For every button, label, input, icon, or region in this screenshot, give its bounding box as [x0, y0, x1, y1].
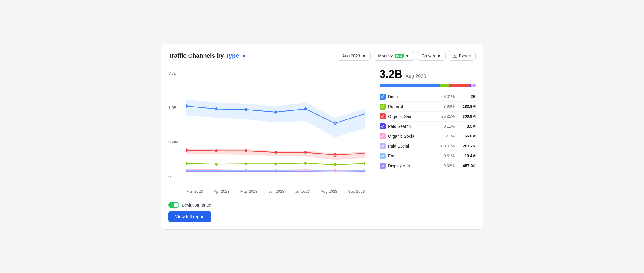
svg-point-25 [334, 163, 336, 166]
deviation-toggle[interactable] [168, 202, 179, 208]
svg-point-15 [245, 149, 247, 152]
legend-row-display-ads[interactable]: Display Ads 0.02% 657.3K [380, 161, 476, 171]
svg-marker-12 [186, 148, 365, 160]
header: Traffic Channels by Type ▼ Aug 2023 ▼ Mo… [168, 51, 476, 61]
monthly-dropdown[interactable]: Monthly new ▼ [374, 51, 414, 61]
svg-point-8 [274, 110, 277, 114]
legend-area: 3.2B Aug 2023 Direct 63.01% [380, 68, 476, 194]
legend-check-paid-social [380, 143, 386, 149]
y-axis-labels: 3.7B 1.9B 950M 0 [168, 71, 185, 179]
growth-dropdown[interactable]: Growth ▼ [417, 51, 446, 61]
legend-row-organic-social[interactable]: Organic Social 2.1% 66.6M [380, 131, 476, 141]
x-axis-labels: Mar 2023 Apr 2023 May 2023 Jun 2023 Jul … [186, 182, 365, 194]
svg-point-22 [245, 162, 247, 165]
svg-point-29 [245, 169, 247, 171]
legend-check-referral [380, 104, 386, 110]
svg-point-16 [274, 151, 277, 154]
deviation-label: Deviation range [182, 203, 211, 207]
summary-header: 3.2B Aug 2023 [380, 68, 476, 81]
toggle-knob [174, 203, 179, 207]
export-button[interactable]: Export [449, 51, 476, 61]
legend-check-direct [380, 94, 386, 100]
svg-point-17 [304, 151, 307, 154]
svg-point-9 [304, 107, 307, 110]
chart-svg [186, 71, 365, 179]
legend-check-organic-social [380, 133, 386, 139]
footer: Deviation range [168, 202, 476, 208]
legend-row-email[interactable]: Email 0.61% 19.4M [380, 151, 476, 161]
legend-table: Direct 63.01% 2B Referral 8.93% 283.8M [380, 92, 476, 171]
main-card: Traffic Channels by Type ▼ Aug 2023 ▼ Mo… [161, 44, 483, 230]
page-title: Traffic Channels by Type ▼ [168, 52, 246, 59]
legend-row-organic-search[interactable]: Organic Sea... 25.21% 800.9M [380, 112, 476, 122]
chevron-down-icon: ▼ [405, 54, 410, 58]
svg-point-6 [215, 107, 218, 110]
legend-row-referral[interactable]: Referral 8.93% 283.8M [380, 102, 476, 112]
svg-point-23 [274, 162, 277, 165]
export-icon [453, 54, 457, 58]
bar-referral [440, 84, 449, 87]
legend-row-paid-search[interactable]: Paid Search 0.11% 3.5M [380, 122, 476, 131]
svg-point-21 [215, 163, 218, 166]
view-full-report-button[interactable]: View full report [168, 211, 211, 222]
summary-bar [380, 84, 476, 87]
bar-organic-search [449, 84, 470, 87]
legend-check-display-ads [380, 163, 386, 169]
divider [372, 68, 372, 194]
date-dropdown[interactable]: Aug 2023 ▼ [338, 51, 371, 61]
svg-point-26 [364, 162, 365, 165]
deviation-toggle-container: Deviation range [168, 202, 211, 208]
svg-point-20 [186, 162, 188, 165]
chevron-down-icon: ▼ [362, 54, 366, 58]
svg-point-18 [334, 153, 336, 157]
controls-bar: Aug 2023 ▼ Monthly new ▼ Growth ▼ Export [338, 51, 476, 61]
legend-check-email [380, 153, 386, 159]
legend-row-direct[interactable]: Direct 63.01% 2B [380, 92, 476, 102]
legend-row-paid-social[interactable]: Paid Social < 0.01% 287.7K [380, 141, 476, 151]
legend-check-paid-search [380, 123, 386, 129]
svg-point-10 [334, 122, 336, 125]
svg-point-24 [304, 161, 307, 165]
bar-direct [380, 84, 440, 87]
main-content: 3.7B 1.9B 950M 0 [168, 68, 476, 194]
svg-point-7 [245, 108, 247, 111]
bar-display-ads [474, 84, 476, 87]
chart-area: 3.7B 1.9B 950M 0 [168, 68, 365, 194]
chevron-down-icon: ▼ [437, 54, 441, 58]
svg-point-14 [215, 149, 218, 152]
svg-point-32 [334, 169, 336, 172]
chevron-down-icon[interactable]: ▼ [242, 54, 246, 59]
legend-check-organic-search [380, 113, 386, 119]
svg-marker-4 [186, 99, 365, 137]
